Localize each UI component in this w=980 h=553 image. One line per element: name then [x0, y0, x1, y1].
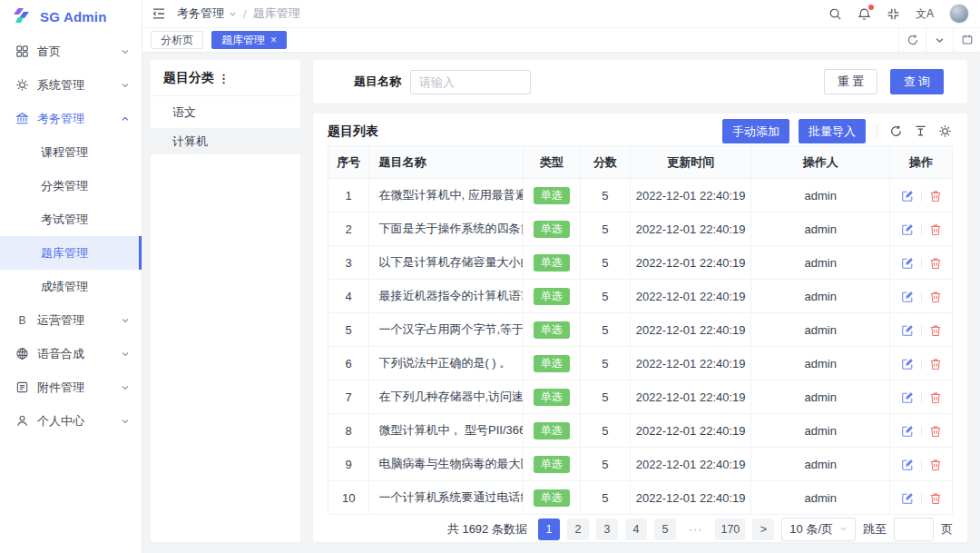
- page-button-5[interactable]: 5: [654, 518, 676, 540]
- sidebar: SG Admin 首页 系统管理 考务管理 课程管理 分类管理 考试管理 题库管…: [0, 0, 142, 553]
- column-settings-gear-icon[interactable]: [937, 124, 953, 138]
- row-score: 5: [580, 246, 630, 280]
- delete-icon[interactable]: [929, 425, 942, 438]
- page-size-select[interactable]: 10 条/页: [781, 518, 856, 541]
- table-row: 6 下列说法中正确的是( ) 。 单选 5 2022-12-01 22:40:1…: [328, 347, 953, 380]
- bell-icon[interactable]: [858, 7, 871, 21]
- sidebar-item-attachment[interactable]: 附件管理: [0, 370, 142, 404]
- tab-analysis[interactable]: 分析页: [151, 31, 203, 49]
- delete-icon[interactable]: [929, 223, 942, 236]
- edit-icon[interactable]: [901, 291, 914, 303]
- breadcrumb-parent[interactable]: 考务管理: [177, 5, 224, 22]
- sidebar-item-exam[interactable]: 考务管理: [0, 102, 142, 135]
- page-ellipsis: ···: [683, 518, 709, 540]
- question-list-card: 题目列表 手动添加 批量导入: [313, 114, 967, 542]
- search-icon[interactable]: [828, 7, 842, 21]
- sidebar-item-label: 考试管理: [41, 212, 88, 228]
- breadcrumb-separator: /: [243, 7, 247, 21]
- attachment-icon: [15, 380, 29, 394]
- question-name: 下列说法中正确的是( ) 。: [369, 347, 523, 380]
- table-row: 2 下面是关于操作系统的四条简... 单选 5 2022-12-01 22:40…: [328, 212, 953, 246]
- manual-add-button[interactable]: 手动添加: [722, 119, 789, 143]
- batch-import-button[interactable]: 批量导入: [799, 119, 866, 143]
- category-item-computer[interactable]: 计算机: [151, 128, 300, 154]
- page-button-1[interactable]: 1: [538, 518, 560, 540]
- page-button-3[interactable]: 3: [596, 518, 618, 540]
- sidebar-item-question-bank[interactable]: 题库管理: [0, 236, 142, 270]
- row-operator: admin: [751, 246, 890, 280]
- delete-icon[interactable]: [929, 257, 942, 270]
- sidebar-item-course-mgmt[interactable]: 课程管理: [0, 135, 142, 169]
- translate-icon[interactable]: 文A: [916, 8, 934, 19]
- category-item-chinese[interactable]: 语文: [151, 99, 300, 125]
- sidebar-item-score-mgmt[interactable]: 成绩管理: [0, 270, 142, 303]
- table-row: 5 一个汉字占用两个字节,等于( )... 单选 5 2022-12-01 22…: [328, 313, 953, 347]
- menu-fold-icon[interactable]: [152, 6, 166, 21]
- action-divider: [921, 224, 922, 235]
- reset-button[interactable]: 重置: [824, 69, 877, 94]
- table-row: 3 以下是计算机存储容量大小的... 单选 5 2022-12-01 22:40…: [328, 246, 953, 280]
- logo-icon: [12, 7, 32, 25]
- delete-icon[interactable]: [929, 190, 942, 202]
- chevron-down-icon[interactable]: [926, 28, 953, 52]
- edit-icon[interactable]: [901, 459, 914, 471]
- sidebar-item-operation[interactable]: B 运营管理: [0, 303, 142, 337]
- edit-icon[interactable]: [901, 358, 914, 370]
- refresh-icon[interactable]: [898, 28, 926, 52]
- col-header-no: 序号: [328, 146, 369, 179]
- tab-question-bank[interactable]: 题库管理 ×: [211, 31, 287, 49]
- avatar[interactable]: [949, 4, 969, 24]
- table-row: 7 在下列几种存储器中,访问速度... 单选 5 2022-12-01 22:4…: [328, 380, 953, 414]
- more-vertical-icon[interactable]: ⋮: [218, 72, 230, 85]
- delete-icon[interactable]: [929, 492, 942, 505]
- page-button-4[interactable]: 4: [625, 518, 647, 540]
- fullscreen-content-icon[interactable]: [953, 28, 980, 52]
- question-name-input[interactable]: [410, 70, 531, 94]
- edit-icon[interactable]: [901, 492, 914, 505]
- edit-icon[interactable]: [901, 425, 914, 438]
- search-field-group: 题目名称: [354, 70, 531, 94]
- sidebar-item-system[interactable]: 系统管理: [0, 68, 142, 102]
- edit-icon[interactable]: [901, 324, 914, 337]
- jump-suffix: 页: [941, 521, 953, 538]
- density-icon[interactable]: [913, 124, 928, 138]
- query-button[interactable]: 查询: [890, 69, 944, 94]
- row-score: 5: [580, 448, 630, 481]
- jump-page-input[interactable]: [894, 518, 934, 541]
- row-updated: 2022-12-01 22:40:19: [630, 347, 750, 380]
- row-no: 4: [328, 280, 369, 313]
- edit-icon[interactable]: [901, 391, 914, 404]
- delete-icon[interactable]: [929, 459, 942, 471]
- tab-close-icon[interactable]: ×: [270, 35, 277, 45]
- sidebar-item-speech[interactable]: 语音合成: [0, 337, 142, 370]
- edit-icon[interactable]: [901, 257, 914, 270]
- sidebar-item-label: 附件管理: [37, 380, 121, 396]
- delete-icon[interactable]: [929, 358, 942, 370]
- row-updated: 2022-12-01 22:40:19: [630, 179, 750, 212]
- category-panel: 题目分类 ⋮ 语文 计算机: [151, 60, 300, 542]
- delete-icon[interactable]: [929, 324, 942, 337]
- refresh-icon[interactable]: [888, 124, 904, 138]
- notification-dot: [868, 5, 874, 10]
- sidebar-item-category-mgmt[interactable]: 分类管理: [0, 169, 142, 202]
- row-operator: admin: [751, 280, 890, 313]
- app-logo[interactable]: SG Admin: [0, 2, 142, 31]
- row-no: 1: [328, 179, 369, 212]
- gear-icon: [15, 78, 29, 92]
- edit-icon[interactable]: [901, 223, 914, 236]
- col-header-name: 题目名称: [369, 146, 523, 179]
- delete-icon[interactable]: [929, 291, 942, 303]
- col-header-score: 分数: [580, 146, 630, 179]
- table-header: 序号 题目名称 类型 分数 更新时间 操作人 操作: [328, 146, 953, 179]
- next-page-button[interactable]: >: [752, 518, 774, 540]
- sidebar-item-home[interactable]: 首页: [0, 35, 142, 68]
- delete-icon[interactable]: [929, 391, 942, 404]
- page-button-2[interactable]: 2: [567, 518, 589, 540]
- page-button-last[interactable]: 170: [715, 518, 745, 540]
- row-updated: 2022-12-01 22:40:19: [630, 246, 750, 280]
- edit-icon[interactable]: [901, 190, 914, 202]
- compress-icon[interactable]: [887, 7, 900, 21]
- sidebar-item-exam-mgmt[interactable]: 考试管理: [0, 202, 142, 236]
- sidebar-item-personal[interactable]: 个人中心: [0, 404, 142, 438]
- row-score: 5: [580, 380, 630, 414]
